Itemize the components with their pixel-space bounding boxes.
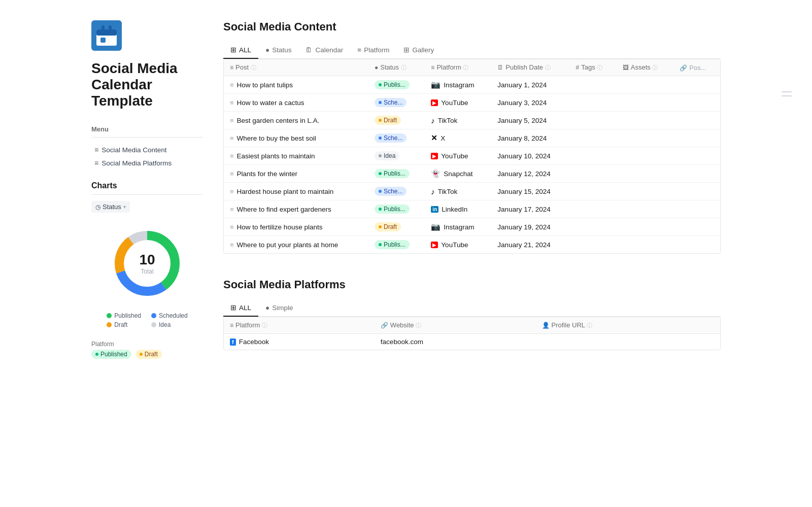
status-badge-9: Publis...: [375, 240, 410, 249]
plat-platform-info: ⓘ: [262, 322, 267, 328]
platforms-tab-simple-label: Simple: [272, 304, 293, 312]
plat-icon-0: f: [230, 339, 236, 346]
platform-icon-1: ▶: [431, 99, 438, 106]
main-content: Social Media Content ⊞ ALL ● Status 🗓 Ca…: [223, 20, 721, 359]
platforms-section-title: Social Media Platforms: [223, 278, 721, 291]
platform-table-row[interactable]: f Facebook facebook.com: [224, 334, 720, 350]
post-title-5: Plants for the winter: [237, 170, 297, 178]
col-status: ●Status ⓘ: [368, 59, 425, 76]
table-row[interactable]: ≡ Best garden centers in L.A. Draft ♪ Ti…: [224, 112, 720, 129]
cell-date-4: January 10, 2024: [491, 147, 569, 165]
tab-all[interactable]: ⊞ ALL: [223, 42, 258, 59]
table-row[interactable]: ≡ How to fertilize house plants Draft 📷 …: [224, 218, 720, 236]
col-assets: 🖼Assets ⓘ: [617, 59, 674, 76]
platform-icon-2: ♪: [431, 116, 435, 125]
tab-calendar[interactable]: 🗓 Calendar: [298, 42, 350, 59]
platform-name-9: YouTube: [441, 241, 468, 249]
legend-draft: Draft: [107, 321, 143, 328]
table-row[interactable]: ≡ Plants for the winter Publis... 👻 Snap…: [224, 165, 720, 183]
status-badge-7: Publis...: [375, 205, 410, 214]
platform-col-icon: ≡: [431, 64, 434, 71]
post-col-icon: ≡: [230, 64, 233, 71]
status-dot-8: [379, 225, 382, 228]
cell-pos-0: [673, 76, 720, 94]
cell-date-3: January 8, 2024: [491, 129, 569, 147]
tab-gallery-label: Gallery: [412, 46, 434, 54]
table-row[interactable]: ≡ How to plant tulips Publis... 📷 Instag…: [224, 76, 720, 94]
platform-name-0: Instagram: [444, 81, 474, 89]
footer-published-badge: Published: [91, 350, 131, 359]
table-row[interactable]: ≡ How to water a cactus Sche... ▶ YouTub…: [224, 94, 720, 112]
post-title-6: Hardest house plant to maintain: [237, 188, 334, 195]
date-info-icon: ⓘ: [545, 64, 551, 71]
pub-badge-dot: [95, 353, 98, 356]
content-icon: ≡: [94, 146, 98, 154]
platform-icon-6: ♪: [431, 187, 435, 196]
platform-icon-7: in: [431, 206, 438, 213]
donut-total: 10: [139, 252, 155, 268]
cell-assets-9: [617, 236, 674, 254]
draft-dot: [107, 322, 112, 327]
cell-platform-4: ▶ YouTube: [425, 147, 491, 165]
post-title-1: How to water a cactus: [237, 99, 304, 107]
tab-status[interactable]: ● Status: [258, 42, 298, 59]
donut-chart: 10 Total Published Scheduled: [91, 223, 203, 328]
tab-gallery[interactable]: ⊞ Gallery: [396, 42, 441, 59]
tab-platform-label: Platform: [364, 46, 389, 54]
cell-date-0: January 1, 2024: [491, 76, 569, 94]
cell-date-8: January 19, 2024: [491, 218, 569, 236]
status-dot-3: [379, 137, 382, 140]
plat-cell-website-0: facebook.com: [375, 334, 536, 350]
pos-col-icon: 🔗: [680, 64, 687, 72]
sidebar-item-content-label: Social Media Content: [101, 146, 166, 154]
status-filter[interactable]: ◷ Status ▾: [91, 201, 130, 213]
tab-gallery-icon: ⊞: [403, 46, 410, 54]
table-row[interactable]: ≡ Where to put your plants at home Publi…: [224, 236, 720, 254]
status-badge-2: Draft: [375, 116, 401, 125]
assets-col-icon: 🖼: [623, 64, 629, 71]
sidebar: Social Media Calendar Template Menu ≡ So…: [91, 20, 203, 359]
content-table-wrapper: ≡Post ⓘ ●Status ⓘ ≡Platform ⓘ 🗓Publish D…: [223, 59, 721, 254]
post-row-icon-7: ≡: [230, 206, 234, 213]
plat-name-0: Facebook: [239, 338, 269, 346]
page-icon: [91, 20, 203, 52]
sidebar-item-content[interactable]: ≡ Social Media Content: [91, 144, 203, 156]
platforms-tab-all[interactable]: ⊞ ALL: [223, 299, 258, 317]
post-row-icon-9: ≡: [230, 241, 234, 249]
post-row-icon-2: ≡: [230, 117, 234, 124]
post-title-2: Best garden centers in L.A.: [237, 117, 320, 124]
col-post: ≡Post ⓘ: [224, 59, 368, 76]
cell-platform-3: ✕ X: [425, 129, 491, 147]
charts-divider: [91, 194, 203, 195]
status-col-icon: ●: [375, 64, 378, 71]
platforms-table-header: ≡Platform ⓘ 🔗Website ⓘ 👤Profile URL ⓘ: [224, 317, 720, 334]
cell-assets-2: [617, 112, 674, 129]
status-badge-8: Draft: [375, 222, 401, 231]
cell-status-6: Sche...: [368, 183, 425, 200]
sidebar-item-platforms[interactable]: ≡ Social Media Platforms: [91, 157, 203, 169]
cell-date-1: January 3, 2024: [491, 94, 569, 112]
table-row[interactable]: ≡ Where to find expert gardeners Publis.…: [224, 200, 720, 218]
cell-tags-0: [570, 76, 617, 94]
footer-row-1: Platform: [91, 341, 203, 348]
cell-platform-1: ▶ YouTube: [425, 94, 491, 112]
idea-dot: [151, 322, 156, 327]
cell-pos-3: [673, 129, 720, 147]
plat-col-profile: 👤Profile URL ⓘ: [536, 317, 720, 334]
col-pos: 🔗Pos...: [673, 59, 720, 76]
table-row[interactable]: ≡ Hardest house plant to maintain Sche..…: [224, 183, 720, 200]
table-row[interactable]: ≡ Where to buy the best soil Sche... ✕ X…: [224, 129, 720, 147]
platform-name-7: LinkedIn: [442, 206, 467, 213]
tab-platform[interactable]: ≡ Platform: [350, 42, 396, 59]
cell-tags-8: [570, 218, 617, 236]
post-row-icon-3: ≡: [230, 134, 234, 142]
tab-platform-icon: ≡: [357, 46, 361, 54]
platforms-tab-simple[interactable]: ● Simple: [258, 299, 300, 317]
platform-name-1: YouTube: [441, 99, 468, 107]
tags-col-icon: #: [576, 64, 580, 71]
platform-name-3: X: [441, 134, 445, 142]
table-row[interactable]: ≡ Easiest plants to maintain Idea ▶ YouT…: [224, 147, 720, 165]
cell-post-5: ≡ Plants for the winter: [224, 165, 368, 183]
cell-post-8: ≡ How to fertilize house plants: [224, 218, 368, 236]
post-row-icon-4: ≡: [230, 152, 234, 160]
